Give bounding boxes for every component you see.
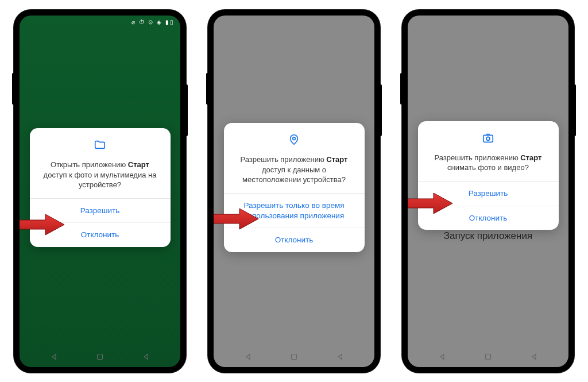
folder-icon <box>39 138 161 154</box>
nav-home-icon[interactable] <box>289 352 299 362</box>
svg-rect-2 <box>292 354 297 359</box>
phone-mockup-3: Запуск приложения <box>402 10 574 373</box>
nav-back-icon[interactable] <box>437 352 447 362</box>
nav-back-icon[interactable] <box>243 352 253 362</box>
dialog-message: Разрешить приложению Старт снимать фото … <box>427 153 550 173</box>
nav-recent-icon[interactable] <box>335 352 345 362</box>
phone-screen: ⌀ ⏱ ⊙ ◈ ▮▯ <box>20 16 180 367</box>
nav-recent-icon[interactable] <box>529 352 539 362</box>
deny-button[interactable]: Отклонить <box>418 206 559 230</box>
dialog-message: Открыть приложению Старт доступ к фото и… <box>39 160 161 190</box>
permission-dialog: Разрешить приложению Старт снимать фото … <box>418 121 559 230</box>
svg-point-4 <box>486 137 490 140</box>
nav-bar <box>20 346 180 367</box>
svg-rect-3 <box>483 135 493 142</box>
status-bar: ⌀ ⏱ ⊙ ◈ ▮▯ <box>20 16 180 29</box>
phone-mockup-1: ⌀ ⏱ ⊙ ◈ ▮▯ <box>14 10 186 373</box>
allow-button[interactable]: Разрешить <box>30 199 171 223</box>
status-bar <box>214 16 374 29</box>
nav-bar <box>214 346 374 367</box>
svg-point-1 <box>293 137 296 140</box>
svg-rect-0 <box>98 354 103 359</box>
dialog-message: Разрешить приложению Старт доступ к данн… <box>233 155 355 185</box>
launch-text: Запуск приложения <box>408 230 568 242</box>
nav-back-icon[interactable] <box>49 352 59 362</box>
location-icon <box>233 133 355 149</box>
permission-dialog: Разрешить приложению Старт доступ к данн… <box>224 123 365 252</box>
deny-button[interactable]: Отклонить <box>224 227 365 252</box>
allow-while-using-button[interactable]: Разрешить только во время использования … <box>224 194 365 227</box>
phone-screen: Разрешить приложению Старт доступ к данн… <box>214 16 374 367</box>
allow-button[interactable]: Разрешить <box>418 182 559 206</box>
nav-home-icon[interactable] <box>95 352 105 362</box>
nav-home-icon[interactable] <box>483 352 493 362</box>
phone-screen: Запуск приложения <box>408 16 568 367</box>
deny-button[interactable]: Отклонить <box>30 222 171 247</box>
phone-mockup-2: Разрешить приложению Старт доступ к данн… <box>208 10 380 373</box>
permission-dialog: Открыть приложению Старт доступ к фото и… <box>30 128 171 247</box>
svg-rect-5 <box>486 354 491 359</box>
status-bar <box>408 16 568 29</box>
camera-icon <box>427 132 550 147</box>
status-icons: ⌀ ⏱ ⊙ ◈ ▮▯ <box>131 19 175 25</box>
nav-bar <box>408 346 568 367</box>
nav-recent-icon[interactable] <box>141 352 151 362</box>
